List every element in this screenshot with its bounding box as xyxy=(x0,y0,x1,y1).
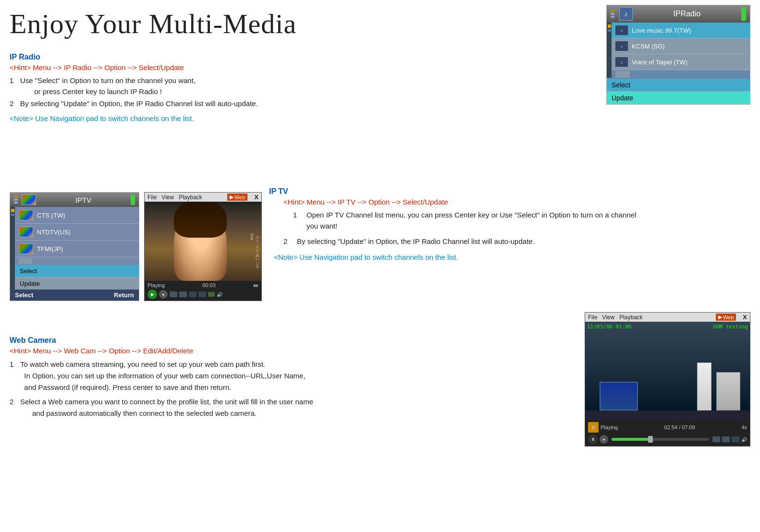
webcam-playing-label: Playing xyxy=(601,424,618,430)
iptv-video-bg: スットにあいじゅBVa xyxy=(145,202,261,281)
iptv-bottom-bar: Select Return xyxy=(10,290,139,301)
webcam-time-display: 02:54 / 07:09 xyxy=(664,424,695,430)
iptv-colored-icon xyxy=(22,194,36,205)
iptv-text-1: Open IP TV Channel list menu, you can pr… xyxy=(306,210,644,231)
iptv-label-2: TFMI(JP) xyxy=(37,245,63,253)
iptv-menu-file[interactable]: File xyxy=(147,194,157,201)
iptv-thumb-0 xyxy=(19,210,33,220)
webcam-progress-fill xyxy=(612,438,650,441)
webcam-web-label: Web xyxy=(723,314,734,320)
iptv-menu-playback[interactable]: Playback xyxy=(179,194,202,201)
webcam-num-1: 1 xyxy=(10,359,20,393)
webcam-section: Web Camera <Hint> Menu --> Web Cam --> O… xyxy=(10,336,461,422)
ipradio-music-icon-2: ♪ xyxy=(615,57,628,67)
webcam-instruction-2: 2 Select a Web camera you want to connec… xyxy=(10,396,461,419)
iptv-item-0[interactable]: CTS (TW) xyxy=(15,207,139,224)
iptv-thumb-1 xyxy=(19,227,33,237)
webcam-section-title: Web Camera xyxy=(10,336,461,345)
iptv-signal-bar xyxy=(131,194,135,205)
webcam-video-panel: File View Playback ▶ Web X 11/03/06 01:0… xyxy=(585,312,750,447)
webcam-web-btn[interactable]: ▶ Web xyxy=(716,314,736,321)
ipradio-item-label-2: Voice of Taipei (TW) xyxy=(632,59,687,66)
iptv-bottom-select[interactable]: Select xyxy=(15,291,33,299)
ipradio-item-1[interactable]: ♪ KCSM (SG) xyxy=(612,38,750,54)
ipradio-section-title: IP Radio xyxy=(10,53,279,61)
iptv-num-2: 2 xyxy=(283,236,297,247)
iptv-panel-title: IPTV xyxy=(39,196,128,204)
webcam-progress-thumb[interactable] xyxy=(648,436,653,443)
iptv-hint: <Hint> Menu --> IP TV --> Option --> Sel… xyxy=(269,198,644,206)
webcam-ctrl-1[interactable] xyxy=(712,436,720,442)
webcam-speed-badge: 4x xyxy=(741,424,747,430)
ipradio-select-option[interactable]: Select xyxy=(607,79,750,92)
ipradio-item-0[interactable]: ♪ Love music 99.7(TW) xyxy=(612,23,750,38)
iptv-play-btn[interactable]: ▶ xyxy=(147,290,157,299)
iptv-update-row[interactable]: Update xyxy=(15,278,139,290)
ipradio-instruction-2: 2 By selecting "Update" in Option, the I… xyxy=(10,98,279,109)
ipradio-section: IP Radio <Hint> Menu --> IP Radio --> Op… xyxy=(10,53,279,129)
iptv-playing-status: Playing xyxy=(147,282,165,288)
ipradio-update-option[interactable]: Update xyxy=(607,92,750,104)
webcam-close-btn[interactable]: X xyxy=(743,314,747,321)
webcam-stop-btn[interactable]: ● xyxy=(600,435,608,444)
ipradio-hint: <Hint> Menu --> IP Radio --> Option --> … xyxy=(10,63,279,72)
webcam-timestamp: 11/03/06 01:06 xyxy=(587,324,632,330)
iptv-web-label: Web xyxy=(234,194,245,200)
iptv-menu-view[interactable]: View xyxy=(161,194,174,201)
ipradio-signal-bar xyxy=(741,7,746,21)
webcam-volume-icon: 🔊 xyxy=(741,437,747,442)
ipradio-music-icon: ♪ xyxy=(619,7,633,21)
ipradio-note: <Note> Use Navigation pad to switch chan… xyxy=(10,114,279,122)
webcam-instruction-1: 1 To watch web camera streaming, you nee… xyxy=(10,359,461,393)
iptv-text-overlay: スットにあいじゅBVa xyxy=(250,233,259,268)
instruction-num-1: 1 xyxy=(10,75,20,97)
iptv-hair xyxy=(174,202,227,238)
ipradio-music-icon-0: ♪ xyxy=(615,25,628,35)
webcam-playback-controls: ⏸ ● 🔊 xyxy=(588,435,747,444)
iptv-close-btn[interactable]: X xyxy=(254,193,258,201)
webcam-playing-group: ⚙ Playing xyxy=(588,422,618,433)
iptv-ctrl-5[interactable] xyxy=(208,292,215,297)
iptv-ctrl-3[interactable] xyxy=(189,291,196,297)
webcam-hint: <Hint> Menu --> Web Cam --> Option --> E… xyxy=(10,347,461,355)
ipradio-header: ♪ IPRadio xyxy=(607,5,750,23)
iptv-ctrl-2[interactable] xyxy=(179,291,187,297)
iptv-web-btn[interactable]: ▶ Web xyxy=(227,193,247,201)
iptv-item-1[interactable]: NTDTV(US) xyxy=(15,224,139,241)
webcam-object-3 xyxy=(600,382,638,411)
webcam-text-2: Select a Web camera you want to connect … xyxy=(20,396,313,419)
webcam-num-2: 2 xyxy=(10,396,20,419)
iptv-bottom-return[interactable]: Return xyxy=(114,291,134,299)
iptv-video-frame: スットにあいじゅBVa xyxy=(145,202,261,281)
webcam-object-2 xyxy=(697,363,711,411)
ipradio-item-label-0: Love music 99.7(TW) xyxy=(632,27,691,34)
iptv-next-icon: ⏭ xyxy=(253,282,258,288)
ipradio-panel: ♪ IPRadio ♪ Love music 99.7(TW) ♪ KCSM (… xyxy=(606,5,750,105)
webcam-playing-icon: ⚙ xyxy=(588,422,599,433)
webcam-pause-btn[interactable]: ⏸ xyxy=(588,435,598,444)
iptv-time-display: 00:03 xyxy=(202,282,216,288)
ipradio-music-icon-1: ♪ xyxy=(615,41,628,51)
webcam-ctrl-3[interactable] xyxy=(732,436,739,442)
webcam-menu-view[interactable]: View xyxy=(602,314,614,321)
webcam-video-frame: 11/03/06 01:06 DUM testing xyxy=(585,322,750,420)
webcam-ctrl-2[interactable] xyxy=(722,436,730,442)
ipradio-instruction-1: 1 Use "Select" in Option to turn on the … xyxy=(10,75,279,97)
iptv-ctrl-1[interactable] xyxy=(170,291,177,297)
iptv-num-1: 1 xyxy=(293,210,306,231)
iptv-stop-btn[interactable]: ● xyxy=(159,290,168,299)
iptv-section-title: IP TV xyxy=(269,187,644,196)
iptv-item-2[interactable]: TFMI(JP) xyxy=(15,241,139,257)
iptv-video-panel: File View Playback ▶ Web X スットにあいじゅBVa P… xyxy=(144,192,262,301)
webcam-menu-playback[interactable]: Playback xyxy=(619,314,643,321)
iptv-ctrl-4[interactable] xyxy=(198,291,206,297)
instruction-text-1: Use "Select" in Option to turn on the ch… xyxy=(20,75,196,97)
iptv-select-row[interactable]: Select xyxy=(15,265,139,278)
ipradio-item-2[interactable]: ♪ Voice of Taipei (TW) xyxy=(612,54,750,70)
iptv-status-bar: Playing 00:03 ⏭ xyxy=(147,282,258,288)
iptv-thumb-2 xyxy=(19,243,33,254)
iptv-panel-header: IPTV xyxy=(10,193,139,207)
webcam-menu-file[interactable]: File xyxy=(588,314,597,321)
ipradio-item-label-1: KCSM (SG) xyxy=(632,43,665,50)
webcam-progress-track[interactable] xyxy=(612,438,709,441)
